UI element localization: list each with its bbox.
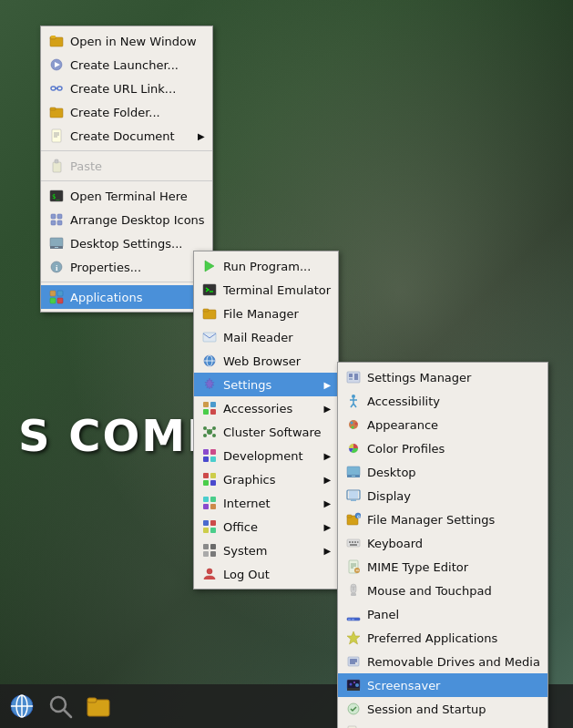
menu-item-mail-reader[interactable]: Mail Reader [194,325,338,349]
menu-item-panel[interactable]: Panel [338,602,547,626]
new-folder-icon [48,104,65,120]
menu-item-accessibility[interactable]: Accessibility [338,389,547,413]
separator-3 [41,282,212,282]
run-program-label: Run Program... [223,260,331,273]
menu-item-arrange-icons[interactable]: Arrange Desktop Icons [41,208,212,231]
menu-item-appearance[interactable]: Appearance [338,413,547,436]
menu-item-settings-editor[interactable]: Settings Editor [338,721,547,728]
svg-rect-67 [210,528,216,533]
svg-point-85 [352,426,354,429]
svg-rect-59 [210,480,216,486]
system-icon [201,542,218,559]
svg-rect-124 [347,688,360,691]
menu-item-desktop-settings[interactable]: Desktop Settings... [41,231,212,255]
log-out-label: Log Out [223,568,331,581]
menu-item-screensaver[interactable]: Screensaver [338,673,547,697]
menu-item-mouse-touchpad[interactable]: Mouse and Touchpad [338,579,547,602]
menu-item-run-program[interactable]: Run Program... [194,254,338,278]
properties-icon: i [48,259,65,275]
svg-rect-21 [57,220,62,225]
menu-item-office[interactable]: Office ▶ [194,515,338,538]
mime-type-icon: ✏ [345,559,362,575]
taskbar-search-icon[interactable] [42,688,78,724]
keyboard-label: Keyboard [367,537,540,550]
accessories-label: Accessories [223,402,311,415]
svg-rect-66 [203,528,209,533]
open-new-window-label: Open in New Window [70,35,205,48]
svg-rect-18 [51,214,56,219]
menu-item-create-document[interactable]: Create Document ▶ [41,124,212,148]
svg-rect-62 [203,504,209,509]
session-startup-label: Session and Startup [367,702,540,716]
office-arrow: ▶ [316,522,331,532]
menu-item-settings-manager[interactable]: Settings Manager [338,365,547,389]
svg-line-51 [211,429,212,431]
svg-rect-153 [87,698,97,702]
applications-icon [48,289,65,305]
menu-item-accessories[interactable]: Accessories ▶ [194,396,338,420]
internet-label: Internet [223,497,311,510]
development-icon [201,447,218,464]
menu-item-internet[interactable]: Internet ▶ [194,491,338,515]
menu-item-graphics[interactable]: Graphics ▶ [194,467,338,491]
svg-marker-116 [347,631,360,644]
applications-label: Applications [70,291,185,304]
menu-item-properties[interactable]: i Properties... [41,255,212,279]
menu-item-log-out[interactable]: Log Out [194,562,338,586]
taskbar-files-icon[interactable] [80,688,117,724]
menu-item-development[interactable]: Development ▶ [194,444,338,467]
taskbar-browser-icon[interactable] [4,688,40,724]
svg-rect-19 [57,214,62,219]
development-arrow: ▶ [316,451,331,461]
svg-rect-10 [52,129,61,142]
menu-item-removable-drives[interactable]: Removable Drives and Media [338,650,547,673]
svg-line-81 [353,404,356,407]
svg-point-46 [203,426,207,430]
menu-item-cluster-software[interactable]: Cluster Software [194,420,338,444]
menu-item-create-folder[interactable]: Create Folder... [41,100,212,124]
menu-item-preferred-apps[interactable]: Preferred Applications [338,626,547,650]
menu-item-desktop[interactable]: Desktop [338,460,547,484]
appearance-label: Appearance [367,418,540,432]
menu-item-create-launcher[interactable]: Create Launcher... [41,53,212,77]
menu-item-create-url-link[interactable]: Create URL Link... [41,77,212,100]
create-folder-label: Create Folder... [70,106,205,119]
svg-line-151 [64,710,71,717]
context-menu: Open in New Window Create Launcher... Cr… [40,26,213,313]
menu-item-terminal-emulator[interactable]: Terminal Emulator [194,278,338,302]
menu-item-session-startup[interactable]: Session and Startup [338,697,547,721]
svg-text:$_: $_ [52,193,60,200]
menu-item-web-browser[interactable]: Web Browser [194,349,338,373]
accessories-arrow: ▶ [316,404,331,414]
svg-rect-89 [352,476,355,477]
svg-rect-9 [50,108,56,110]
menu-item-system[interactable]: System ▶ [194,538,338,562]
menu-item-paste: Paste [41,154,212,178]
menu-item-color-profiles[interactable]: Color Profiles [338,436,547,460]
mouse-touchpad-label: Mouse and Touchpad [367,584,540,598]
menu-item-open-new-window[interactable]: Open in New Window [41,29,212,53]
menu-item-keyboard[interactable]: Keyboard [338,531,547,555]
menu-item-open-terminal[interactable]: $_ Open Terminal Here [41,184,212,208]
panel-label: Panel [367,608,540,621]
svg-point-121 [350,683,353,686]
svg-point-77 [352,395,355,398]
menu-item-applications[interactable]: Applications ▶ [41,285,212,309]
desktop-icon [345,464,362,480]
file-manager-settings-icon: ⚙ [345,511,362,528]
applications-submenu: Run Program... Terminal Emulator File Ma… [193,251,339,590]
menu-item-settings[interactable]: Settings ▶ [194,373,338,396]
svg-rect-115 [352,619,354,620]
svg-point-47 [212,426,216,430]
svg-rect-69 [210,544,216,549]
menu-item-file-manager-settings[interactable]: ⚙ File Manager Settings [338,508,547,531]
svg-rect-76 [354,374,358,380]
screensaver-icon [345,677,362,693]
preferred-apps-label: Preferred Applications [367,631,540,645]
menu-item-display[interactable]: Display [338,484,547,508]
menu-item-file-manager[interactable]: File Manager [194,302,338,325]
menu-item-mime-type-editor[interactable]: ✏ MIME Type Editor [338,555,547,579]
svg-rect-53 [210,449,216,455]
svg-rect-54 [203,456,209,462]
svg-point-83 [351,422,353,425]
